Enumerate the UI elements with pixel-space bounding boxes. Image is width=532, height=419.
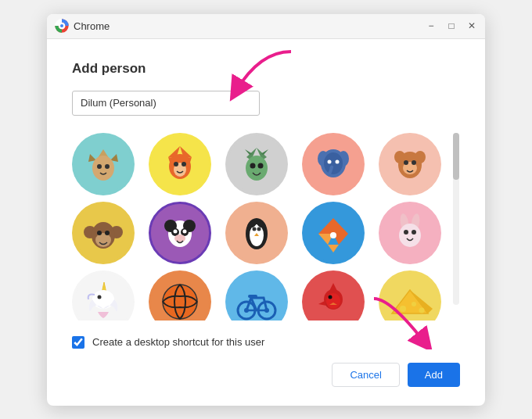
svg-point-93 (326, 293, 340, 309)
avatars-section (72, 133, 460, 321)
avatar-panda[interactable] (149, 202, 211, 264)
svg-point-87 (244, 308, 249, 313)
name-input-row (72, 91, 460, 116)
svg-point-62 (253, 227, 257, 231)
svg-point-45 (95, 233, 111, 247)
avatar-basketball[interactable] (149, 270, 211, 321)
maximize-button[interactable]: □ (446, 20, 457, 31)
svg-point-76 (412, 230, 416, 235)
svg-point-47 (105, 231, 110, 235)
add-button[interactable]: Add (408, 363, 460, 387)
svg-point-23 (250, 163, 256, 168)
svg-point-82 (163, 285, 197, 319)
titlebar-controls: − □ ✕ (426, 20, 477, 31)
avatar-cardinal[interactable] (302, 270, 365, 321)
avatar-cheese[interactable] (379, 270, 441, 321)
svg-point-70 (330, 232, 336, 238)
titlebar: Chrome − □ ✕ (47, 14, 485, 39)
avatar-tiger[interactable] (379, 133, 441, 195)
name-input[interactable] (72, 91, 260, 116)
svg-point-101 (400, 306, 406, 312)
svg-point-103 (419, 307, 425, 313)
svg-point-56 (174, 235, 185, 242)
desktop-shortcut-row: Create a desktop shortcut for this user (72, 336, 460, 349)
svg-point-22 (246, 156, 268, 181)
scrollbar[interactable] (452, 133, 460, 321)
dialog-content: Add person (47, 39, 485, 406)
svg-point-54 (174, 229, 178, 233)
svg-rect-89 (248, 295, 257, 298)
svg-point-18 (182, 162, 186, 167)
avatar-rabbit[interactable] (379, 202, 441, 264)
avatar-monkey[interactable] (72, 202, 135, 264)
titlebar-title: Chrome (74, 20, 426, 32)
scrollbar-track (453, 133, 459, 305)
dialog-heading: Add person (72, 61, 460, 77)
svg-point-8 (97, 164, 102, 169)
dialog-window: Chrome − □ ✕ Add person (47, 14, 485, 406)
svg-point-40 (412, 160, 416, 165)
svg-point-96 (329, 295, 332, 299)
svg-point-37 (415, 151, 426, 163)
svg-point-24 (258, 163, 264, 168)
minimize-button[interactable]: − (426, 20, 437, 31)
svg-point-33 (336, 159, 340, 163)
svg-point-46 (97, 231, 102, 235)
avatar-unicorn[interactable] (72, 270, 135, 321)
svg-point-7 (92, 156, 114, 181)
svg-point-79 (92, 290, 114, 309)
svg-point-9 (105, 164, 110, 169)
avatar-bicycle[interactable] (225, 270, 288, 321)
svg-point-36 (394, 151, 405, 163)
avatar-dragon[interactable] (225, 133, 288, 195)
scrollbar-thumb[interactable] (453, 133, 459, 180)
svg-point-74 (399, 224, 421, 247)
avatar-cat[interactable] (72, 133, 135, 195)
close-button[interactable]: ✕ (466, 20, 477, 31)
avatar-penguin[interactable] (225, 202, 288, 264)
svg-point-55 (183, 229, 187, 233)
avatar-fox[interactable] (149, 133, 211, 195)
svg-point-31 (324, 152, 343, 174)
svg-point-80 (98, 295, 102, 299)
svg-point-2 (60, 24, 63, 27)
svg-point-32 (328, 159, 332, 163)
desktop-shortcut-label: Create a desktop shortcut for this user (92, 336, 264, 348)
avatars-grid (72, 133, 449, 321)
svg-point-63 (257, 227, 261, 231)
avatar-blue-bird[interactable] (302, 202, 365, 264)
cancel-button[interactable]: Cancel (332, 363, 399, 387)
desktop-shortcut-checkbox[interactable] (72, 336, 84, 349)
buttons-row: Cancel Add (72, 363, 460, 387)
chrome-logo-icon (55, 19, 69, 33)
svg-point-39 (404, 160, 408, 165)
svg-point-88 (264, 308, 269, 313)
svg-point-17 (174, 162, 178, 167)
avatar-elephant[interactable] (302, 133, 365, 195)
svg-point-102 (412, 302, 416, 306)
svg-point-75 (404, 230, 408, 235)
avatars-grid-wrapper (72, 133, 449, 321)
